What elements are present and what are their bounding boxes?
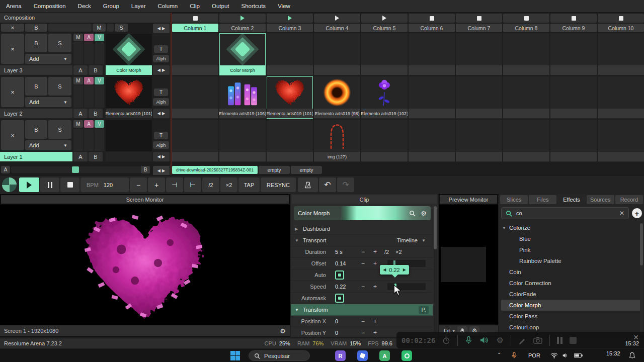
clip-cell[interactable] (598, 76, 644, 119)
clip-cell[interactable] (409, 76, 455, 119)
speaker-icon[interactable] (479, 336, 489, 344)
m-fader-track[interactable] (73, 42, 83, 64)
menu-shortcuts[interactable]: Shortcuts (242, 3, 266, 9)
automask-checkbox[interactable] (335, 294, 344, 303)
layer-bypass-button[interactable]: B (25, 34, 47, 52)
layer-clip-nav[interactable]: ◀▶ (153, 65, 170, 75)
taskbar-app-green-icon[interactable] (401, 350, 412, 361)
master-fader[interactable] (48, 24, 92, 32)
clip-cell[interactable] (172, 76, 218, 119)
next-icon[interactable]: ▶ (162, 168, 165, 173)
a-fader-track[interactable] (84, 129, 94, 151)
column-3-trigger[interactable] (267, 14, 313, 23)
pencil-icon[interactable] (518, 336, 526, 344)
minus-button[interactable]: − (361, 248, 365, 255)
layer-name[interactable]: Layer 3 (0, 65, 72, 75)
menu-view[interactable]: View (278, 3, 290, 9)
taskbar-app-resolume-icon[interactable]: R (335, 350, 346, 361)
layer-m-button[interactable]: M (73, 77, 83, 84)
prev-clip-icon[interactable]: ◀ (157, 68, 160, 72)
column-6-trigger[interactable] (409, 14, 455, 23)
column-9-label[interactable]: Column 9 (550, 24, 597, 32)
clip-cell[interactable] (503, 76, 549, 119)
effect-item-color-pass[interactable]: Color Pass (501, 311, 642, 322)
crossfader-b-button[interactable]: B (141, 166, 150, 173)
layer-clip-nav[interactable]: ◀▶ (153, 152, 170, 161)
tab-sources[interactable]: Sources (587, 195, 614, 204)
column-7-label[interactable]: Column 7 (456, 24, 502, 32)
clip-cell[interactable] (361, 33, 408, 75)
blend-mode-dropdown[interactable]: Add▼ (25, 54, 71, 64)
battery-icon[interactable] (574, 353, 583, 358)
auto-checkbox[interactable] (335, 270, 344, 280)
clip-cell[interactable] (267, 33, 313, 75)
column-2-label[interactable]: Column 2 (219, 24, 266, 32)
tab-files[interactable]: Files (529, 195, 556, 204)
effects-search-input[interactable]: co ✕ (501, 207, 629, 219)
composition-pie-icon[interactable] (2, 177, 17, 192)
clip-cell[interactable] (361, 120, 408, 162)
taskbar-clock[interactable]: 15:32 (606, 350, 620, 356)
scrollbar-thumb[interactable] (640, 223, 643, 265)
tray-chevron-up-icon[interactable]: ⌃ (497, 352, 501, 357)
metronome-button[interactable] (298, 177, 318, 192)
next-clip-icon[interactable]: ▶ (162, 111, 165, 116)
layer-m-button[interactable]: M (73, 120, 83, 128)
deck-tab-active[interactable]: drive-download-20250327T195834Z-001 (172, 166, 258, 174)
column-5-label[interactable]: Column 5 (361, 24, 408, 32)
clip-cell[interactable] (598, 33, 644, 75)
master-close-button[interactable]: × (1, 24, 24, 32)
taskbar-app-arena-icon[interactable]: A (379, 350, 390, 361)
layer-solo-button[interactable]: S (48, 34, 71, 52)
offset-value[interactable]: 0.14 (335, 260, 346, 266)
gear-icon[interactable]: ⚙ (421, 210, 427, 217)
layer-fader-b[interactable]: B (89, 109, 103, 118)
clip-cell-towers[interactable]: Elemento arts019 (106) (219, 76, 266, 119)
layer-fader-a[interactable]: A (73, 109, 88, 118)
next-clip-icon[interactable]: ▶ (162, 154, 165, 159)
notification-bell-icon[interactable] (629, 352, 635, 359)
effect-item-rainbow-palette[interactable]: Rainbow Palette (501, 255, 642, 266)
layer-bypass-button[interactable]: B (25, 77, 47, 96)
tap-button[interactable]: TAP (238, 177, 260, 192)
camera-icon[interactable] (533, 336, 542, 344)
speed-value[interactable]: 0.22 (335, 284, 346, 290)
menu-deck[interactable]: Deck (78, 3, 91, 9)
plus-button[interactable]: + (373, 260, 377, 267)
column-7-trigger[interactable] (456, 14, 502, 23)
pause-button[interactable] (40, 177, 59, 192)
layer-active-clip-name[interactable] (106, 152, 152, 161)
clip-cell[interactable] (219, 120, 266, 162)
clip-cell-rose[interactable]: Elemento arts019 (102) (361, 76, 408, 119)
bpm-half-button[interactable]: /2 (202, 177, 219, 192)
redo-button[interactable]: ↷ (337, 177, 354, 192)
gear-icon[interactable]: ⚙ (280, 327, 286, 335)
add-effect-button[interactable]: + (632, 208, 642, 218)
layer-active-clip-thumbnail[interactable] (106, 34, 152, 65)
bpm-control[interactable]: BPM 120 (80, 177, 129, 192)
menu-composition[interactable]: Composition (34, 3, 66, 9)
plus-button[interactable]: + (373, 248, 377, 255)
prev-icon[interactable]: ◀ (157, 168, 160, 173)
microphone-icon[interactable] (465, 336, 472, 345)
crossfader-handle[interactable] (72, 166, 79, 173)
effect-item-color-morph-selected[interactable]: Color Morph (501, 300, 642, 311)
close-overlay-icon[interactable]: ✕ (633, 334, 639, 341)
tray-microphone-icon[interactable] (511, 351, 517, 359)
clip-cell[interactable] (598, 120, 644, 162)
column-5-trigger[interactable] (361, 14, 408, 23)
clip-cell[interactable] (503, 120, 549, 162)
column-8-trigger[interactable] (503, 14, 549, 23)
layer-close-button[interactable]: × (1, 34, 24, 64)
tooltip-arrow-right-icon[interactable]: ▶ (403, 267, 406, 272)
volume-icon[interactable] (562, 352, 569, 358)
column-4-label[interactable]: Column 4 (314, 24, 360, 32)
next-clip-icon[interactable]: ▶ (162, 68, 165, 72)
menu-arena[interactable]: Arena (6, 3, 22, 9)
minus-button[interactable]: − (361, 283, 365, 290)
a-fader-track[interactable] (84, 42, 94, 64)
crossfader-track[interactable] (11, 166, 150, 173)
taskbar-app-blue-icon[interactable] (357, 350, 368, 361)
resync-button[interactable]: RESYNC (261, 177, 296, 192)
blend-mode-dropdown[interactable]: Add▼ (25, 140, 71, 150)
